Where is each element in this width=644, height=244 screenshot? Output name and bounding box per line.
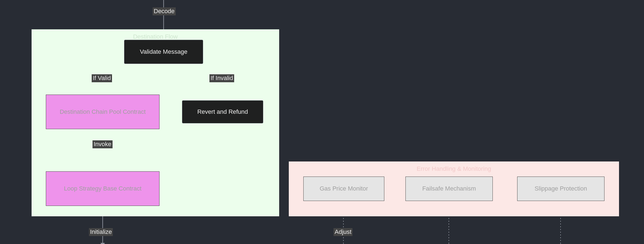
edge-label-adjust: Adjust xyxy=(334,228,352,236)
node-slippage-protection: Slippage Protection xyxy=(517,177,604,201)
edge-label-invoke: Invoke xyxy=(93,140,113,148)
node-loop-strategy-base: Loop Strategy Base Contract xyxy=(46,171,159,206)
node-destination-pool: Destination Chain Pool Contract xyxy=(46,95,159,129)
edge-label-if-valid: If Valid xyxy=(92,74,112,82)
node-label: Loop Strategy Base Contract xyxy=(64,185,142,193)
node-gas-price-monitor: Gas Price Monitor xyxy=(303,177,384,201)
node-failsafe-mechanism: Failsafe Mechanism xyxy=(405,177,493,201)
node-label: Gas Price Monitor xyxy=(320,185,368,193)
node-label: Revert and Refund xyxy=(197,108,248,116)
node-label: Validate Message xyxy=(140,48,187,56)
node-label: Slippage Protection xyxy=(535,185,587,193)
edge-label-decode: Decode xyxy=(153,7,176,15)
subgraph-title-destination-flow: Destination Flow xyxy=(32,33,279,40)
edge-label-initialize: Initialize xyxy=(89,228,113,236)
node-label: Destination Chain Pool Contract xyxy=(60,108,145,116)
node-revert-refund: Revert and Refund xyxy=(182,100,263,123)
node-label: Failsafe Mechanism xyxy=(422,185,476,193)
edge-label-if-invalid: If Invalid xyxy=(209,74,234,82)
node-validate-message: Validate Message xyxy=(124,40,203,64)
subgraph-title-error-handling: Error Handling & Monitoring xyxy=(289,165,619,172)
